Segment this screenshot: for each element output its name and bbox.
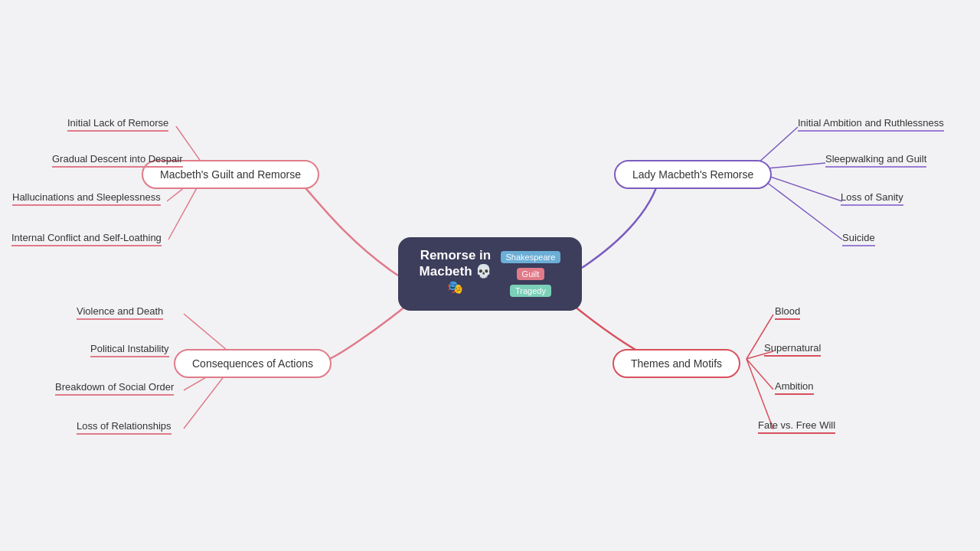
leaf-suicide: Suicide (842, 232, 875, 246)
leaf-initial-lack: Initial Lack of Remorse (67, 117, 168, 132)
svg-line-14 (746, 359, 773, 390)
center-node: Remorse in Macbeth 💀🎭 Shakespeare Guilt … (398, 237, 582, 311)
leaf-supernatural: Supernatural (764, 342, 821, 357)
tag-shakespeare: Shakespeare (501, 251, 561, 263)
tag-guilt: Guilt (517, 268, 545, 280)
leaf-gradual-descent: Gradual Descent into Despair (52, 153, 183, 168)
leaf-ambition: Ambition (775, 380, 814, 395)
leaf-political-instability: Political Instability (90, 343, 169, 357)
leaf-breakdown-social: Breakdown of Social Order (55, 381, 174, 396)
branch-lady-macbeth[interactable]: Lady Macbeth's Remorse (614, 160, 772, 189)
leaf-loss-sanity: Loss of Sanity (841, 191, 903, 206)
branch-consequences[interactable]: Consequences of Actions (174, 349, 332, 378)
leaf-loss-relationships: Loss of Relationships (77, 420, 172, 435)
leaf-internal-conflict: Internal Conflict and Self-Loathing (11, 232, 162, 246)
leaf-hallucinations: Hallucinations and Sleeplessness (12, 191, 161, 206)
leaf-fate-free-will: Fate vs. Free Will (758, 419, 835, 434)
leaf-blood: Blood (775, 305, 800, 320)
tag-tragedy: Tragedy (510, 285, 551, 297)
leaf-initial-ambition: Initial Ambition and Ruthlessness (798, 117, 944, 132)
center-title: Remorse in Macbeth 💀🎭 (415, 248, 496, 295)
leaf-sleepwalking: Sleepwalking and Guilt (825, 153, 926, 168)
leaf-violence-death: Violence and Death (77, 305, 163, 320)
branch-themes[interactable]: Themes and Motifs (612, 349, 740, 378)
